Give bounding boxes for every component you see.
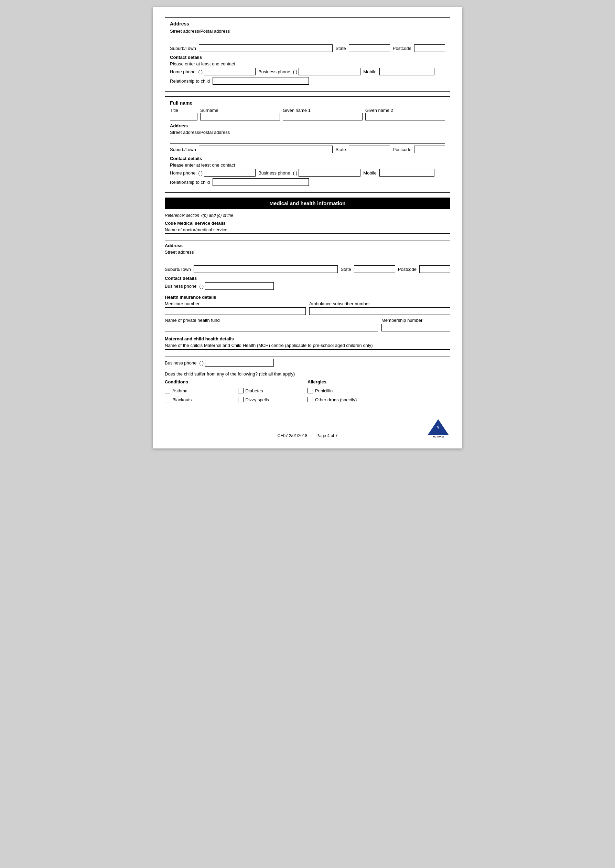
postcode-label-2: Postcode (393, 147, 411, 152)
suburb-label-2: Suburb/Town (170, 147, 196, 152)
mch-label: Name of the child’s Maternal and Child H… (165, 343, 450, 348)
penicillin-item: Penicillin (308, 388, 450, 393)
medical-service-title: Medical service details (177, 221, 226, 226)
ambulance-label: Ambulance subscriber number (309, 301, 450, 306)
contact-title-3: Contact details (165, 276, 450, 281)
home-phone-input-2[interactable] (204, 169, 256, 177)
street-label-3: Street address (165, 250, 450, 255)
medicare-input[interactable] (165, 307, 306, 315)
close-paren-1: ) (201, 69, 203, 74)
contact-title-1: Contact details (170, 55, 445, 60)
close-paren-biz-1: ) (296, 69, 297, 74)
allergies-header: Allergies (308, 379, 450, 385)
suburb-label-1: Suburb/Town (170, 46, 196, 51)
postcode-label-3: Postcode (398, 267, 417, 272)
close-paren-3: ) (202, 284, 204, 289)
suburb-label-3: Suburb/Town (165, 267, 191, 272)
mobile-label-1: Mobile (363, 69, 376, 74)
postcode-input-2[interactable] (414, 145, 445, 153)
other-drugs-checkbox[interactable] (308, 397, 313, 402)
open-paren-biz-2: ( (293, 170, 294, 175)
relationship-input-1[interactable] (212, 77, 309, 84)
penicillin-label: Penicillin (315, 388, 332, 393)
diabetes-label: Diabetes (246, 388, 263, 393)
diabetes-item: Diabetes (238, 388, 308, 393)
given2-label: Given name 2 (365, 108, 445, 113)
biz-phone-input-2[interactable] (298, 169, 361, 177)
fullname-title: Full name (170, 100, 445, 106)
medical-header: Medical and health information (165, 197, 450, 209)
surname-label: Surname (200, 108, 280, 113)
blackouts-checkbox[interactable] (165, 397, 170, 402)
open-paren-1: ( (198, 69, 200, 74)
mch-input[interactable] (165, 349, 450, 357)
state-input-3[interactable] (354, 265, 395, 273)
open-paren-biz-1: ( (293, 69, 294, 74)
open-paren-2: ( (198, 170, 200, 175)
maternal-title: Maternal and child health details (165, 336, 450, 341)
vic-logo-container: VICTORIA State Government V (426, 418, 450, 438)
biz-phone-input-1[interactable] (298, 68, 361, 75)
title-label: Title (170, 108, 197, 113)
home-phone-label-1: Home phone (170, 69, 195, 74)
postcode-input-1[interactable] (414, 44, 445, 52)
state-label-3: State (340, 267, 351, 272)
mobile-input-1[interactable] (379, 68, 434, 75)
suburb-input-3[interactable] (194, 265, 338, 273)
postcode-input-3[interactable] (419, 265, 450, 273)
mch-phone-label: Business phone (165, 360, 197, 366)
health-fund-input[interactable] (165, 324, 378, 332)
suburb-input-2[interactable] (199, 145, 333, 153)
diabetes-checkbox[interactable] (238, 388, 244, 393)
svg-text:V: V (437, 425, 440, 429)
open-paren-3: ( (200, 284, 201, 289)
street-label-1: Street address/Postal address (170, 28, 445, 34)
given1-label: Given name 1 (283, 108, 362, 113)
contact-title-2: Contact details (170, 156, 445, 161)
state-label-1: State (336, 46, 346, 51)
street-input-1[interactable] (170, 35, 445, 42)
biz-phone-label-3: Business phone (165, 284, 197, 289)
suburb-input-1[interactable] (199, 44, 333, 52)
close-paren-biz-2: ) (296, 170, 297, 175)
doctor-input[interactable] (165, 233, 450, 241)
asthma-label: Asthma (172, 388, 187, 393)
title-input[interactable] (170, 113, 197, 120)
postcode-label-1: Postcode (393, 46, 411, 51)
address-title-2: Address (170, 123, 445, 128)
state-input-1[interactable] (349, 44, 390, 52)
biz-phone-input-3[interactable] (205, 282, 274, 290)
conditions-header: Conditions (165, 379, 308, 385)
street-label-2: Street address/Postal address (170, 130, 445, 135)
penicillin-checkbox[interactable] (308, 388, 313, 393)
dizzy-label: Dizzy spells (246, 397, 269, 402)
state-label-2: State (336, 147, 346, 152)
home-phone-input-1[interactable] (204, 68, 256, 75)
address-title-3: Address (165, 243, 450, 248)
given1-input[interactable] (283, 113, 362, 120)
membership-input[interactable] (381, 324, 450, 332)
street-input-3[interactable] (165, 256, 450, 263)
other-drugs-label: Other drugs (specify) (315, 397, 357, 402)
reference-text: Reference: section 7(b) and (c) of the (165, 213, 450, 218)
address-title-1: Address (170, 21, 445, 27)
home-phone-label-2: Home phone (170, 170, 195, 175)
asthma-checkbox[interactable] (165, 388, 170, 393)
svg-text:VICTORIA: VICTORIA (432, 435, 444, 438)
given2-input[interactable] (365, 113, 445, 120)
mch-phone-input[interactable] (205, 359, 274, 366)
biz-phone-label-1: Business phone (258, 69, 290, 74)
page-info: Page 4 of 7 (317, 433, 337, 438)
dizzy-checkbox[interactable] (238, 397, 244, 402)
vic-logo: VICTORIA State Government V (426, 418, 450, 438)
open-paren-mch: ( (200, 360, 201, 366)
street-input-2[interactable] (170, 136, 445, 144)
relationship-input-2[interactable] (212, 178, 309, 186)
membership-label: Membership number (381, 317, 450, 323)
mobile-input-2[interactable] (379, 169, 434, 177)
surname-input[interactable] (200, 113, 280, 120)
blackouts-label: Blackouts (172, 397, 192, 402)
ambulance-input[interactable] (309, 307, 450, 315)
state-input-2[interactable] (349, 145, 390, 153)
relationship-label-2: Relationship to child (170, 180, 210, 185)
